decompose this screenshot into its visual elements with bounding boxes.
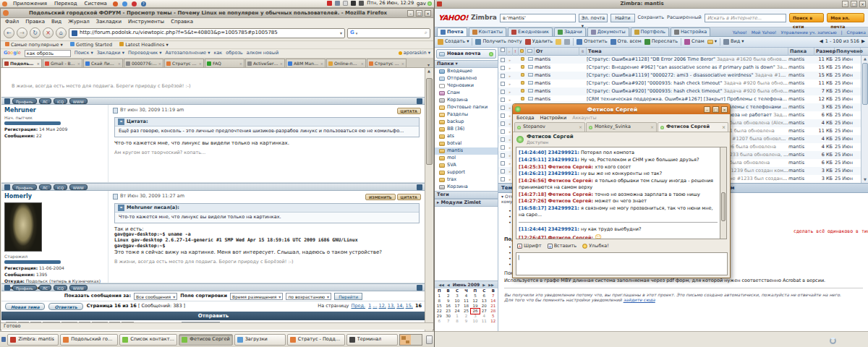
forward-button[interactable]: Переслать bbox=[644, 39, 678, 45]
volume-icon[interactable] bbox=[359, 1, 364, 6]
browser-tab[interactable]: Стратус - Ош... × bbox=[367, 59, 407, 67]
cal-day[interactable]: 1 bbox=[435, 294, 443, 299]
cal-day[interactable]: 25 bbox=[461, 309, 470, 314]
chat-scrollbar[interactable] bbox=[720, 147, 727, 239]
profile-button[interactable]: ICQ bbox=[54, 98, 67, 104]
back-to-top-icon[interactable] bbox=[4, 184, 10, 190]
view-button[interactable]: Вид ▾ bbox=[723, 39, 744, 45]
minimize-button[interactable]: – bbox=[407, 10, 414, 17]
cal-day[interactable]: 2 bbox=[461, 314, 470, 319]
profile-button[interactable]: ICQ bbox=[54, 285, 67, 291]
menu-item[interactable]: Правка bbox=[25, 19, 45, 25]
menu-item[interactable]: Журнал bbox=[68, 19, 89, 25]
page-link[interactable]: 15, bbox=[406, 303, 413, 309]
profile-button[interactable]: ICQ bbox=[54, 184, 67, 190]
cal-day[interactable]: 16 bbox=[443, 304, 452, 309]
cal-prev-month-icon[interactable]: ◀ bbox=[447, 283, 450, 287]
pager-next-icon[interactable]: ▶ bbox=[861, 39, 865, 45]
gbar-translate-button[interactable]: Переводчик ▾ bbox=[128, 51, 162, 56]
cal-day[interactable]: 12 bbox=[471, 299, 480, 304]
cal-day[interactable]: 19 bbox=[471, 304, 480, 309]
close-button[interactable]: × bbox=[425, 10, 431, 17]
taskbar-window-button[interactable]: Терминал bbox=[346, 334, 398, 346]
page-link[interactable]: 14, bbox=[396, 303, 404, 309]
report-icon[interactable] bbox=[417, 285, 422, 291]
size-column-header[interactable]: Размер bbox=[814, 48, 835, 56]
attachment-column-icon[interactable]: 📎︎ bbox=[579, 48, 587, 56]
taskbar-window-button[interactable]: Zimbra: mantis bbox=[7, 334, 59, 346]
sidebar-folder[interactable]: Спам bbox=[435, 90, 498, 97]
maximize-button[interactable]: □ bbox=[416, 10, 422, 17]
zimlets-section-header[interactable]: ▸ Модули Zimlet bbox=[435, 199, 498, 207]
cal-day[interactable]: 30 bbox=[443, 314, 452, 319]
delete-button[interactable]: Удалить bbox=[525, 39, 553, 45]
account-link[interactable]: Yahoo! bbox=[733, 30, 747, 35]
flag-column-icon[interactable]: ▸ bbox=[507, 48, 513, 56]
tags-section-header[interactable]: Теги bbox=[435, 191, 498, 199]
sidebar-folder[interactable]: Корзина bbox=[435, 97, 498, 104]
priority-column-icon[interactable]: ! bbox=[513, 48, 519, 56]
new-mail-button[interactable]: Новая почта bbox=[436, 49, 496, 59]
from-column-header[interactable]: От bbox=[535, 48, 579, 56]
gbar-bookmarks-button[interactable]: Закладки ▾ bbox=[97, 51, 124, 56]
print-icon[interactable] bbox=[564, 39, 570, 45]
page-link[interactable]: 12, bbox=[379, 303, 386, 309]
trash-icon[interactable] bbox=[426, 335, 433, 344]
tab-close-icon[interactable]: × bbox=[650, 124, 654, 129]
sidebar-folder[interactable]: SVA bbox=[435, 162, 498, 169]
sidebar-folder[interactable]: BB (36) bbox=[435, 126, 498, 133]
row-checkbox[interactable] bbox=[498, 145, 507, 150]
stop-button[interactable]: × bbox=[43, 27, 54, 38]
forward-button[interactable]: → bbox=[17, 27, 27, 38]
cal-next-month-icon[interactable]: ▶ bbox=[482, 283, 485, 287]
firefox-launcher-icon[interactable] bbox=[113, 1, 118, 7]
menu-places[interactable]: Переход bbox=[53, 1, 79, 7]
gbar-highlight-word3[interactable]: алком новый bbox=[247, 51, 278, 56]
tab-close-icon[interactable]: × bbox=[37, 61, 40, 66]
row-checkbox[interactable] bbox=[498, 66, 507, 70]
cal-day[interactable]: 17 bbox=[453, 304, 461, 309]
cal-day[interactable]: 22 bbox=[435, 309, 443, 314]
account-link[interactable]: Справка bbox=[847, 30, 866, 35]
cal-day[interactable]: 2 bbox=[443, 294, 452, 299]
browser-tab[interactable]: 0000776: sob3... × bbox=[124, 59, 163, 67]
taskbar-window-button[interactable]: Подольский горо... bbox=[60, 334, 118, 346]
my-mail-button[interactable]: Моя эл. почта bbox=[827, 13, 864, 22]
search-glass-icon[interactable]: ⌕ bbox=[425, 30, 427, 35]
profile-button[interactable]: WWW bbox=[69, 285, 88, 291]
sidebar-folder[interactable]: Отправлено bbox=[435, 75, 498, 82]
web-search-input[interactable]: Искать в Интернете... bbox=[705, 14, 786, 22]
reply-button[interactable]: Ответить bbox=[48, 303, 82, 310]
sidebar-folder[interactable]: botval bbox=[435, 140, 498, 147]
reply-all-button[interactable]: Отв. всем bbox=[610, 39, 642, 45]
mail-row[interactable]: ▸ mantis [CRM техническая поддержка. Оши… bbox=[498, 95, 868, 103]
mail-row[interactable]: ▸ mantis [Стратус: Ошибка#920] "0000935:… bbox=[498, 80, 868, 87]
url-dropdown-icon[interactable]: ▾ bbox=[340, 30, 342, 35]
page-link[interactable]: 13, bbox=[388, 303, 395, 309]
sidebar-folder[interactable]: backup bbox=[435, 119, 498, 126]
cal-day[interactable]: 9 bbox=[461, 319, 470, 324]
help-icon[interactable]: ? bbox=[141, 1, 146, 7]
quote-button[interactable]: ЦИТАТА bbox=[397, 194, 421, 200]
chat-input[interactable]: | bbox=[516, 252, 728, 275]
browser-tab[interactable]: Скай Линк - А... × bbox=[83, 59, 123, 67]
network-icon[interactable] bbox=[335, 1, 340, 6]
sidebar-folder[interactable]: Черновики bbox=[435, 82, 498, 90]
received-column-header[interactable]: Получено bbox=[835, 48, 861, 56]
subject-column-header[interactable]: Тема bbox=[587, 48, 788, 56]
sidebar-folder[interactable]: ats bbox=[435, 133, 498, 140]
sidebar-folder[interactable]: Входящие bbox=[435, 68, 498, 75]
bookmark-item[interactable]: Getting Started bbox=[70, 42, 112, 48]
page-link[interactable]: 1 bbox=[368, 303, 371, 309]
back-to-top-icon[interactable] bbox=[4, 285, 10, 291]
maximize-button[interactable]: □ bbox=[851, 1, 857, 7]
row-checkbox[interactable] bbox=[498, 58, 507, 62]
gbar-account[interactable]: aporaskin ▾ bbox=[399, 51, 430, 56]
move-to-folder-button[interactable]: ▾ bbox=[707, 39, 717, 45]
save-search-button[interactable]: Сохранить bbox=[638, 15, 665, 21]
sidebar-folder[interactable]: Корзина bbox=[435, 184, 498, 191]
sidebar-folder[interactable]: Разделы bbox=[435, 111, 498, 119]
cal-day[interactable]: 7 bbox=[443, 319, 452, 324]
cal-day[interactable]: 8 bbox=[435, 299, 443, 304]
cal-day[interactable]: 1 bbox=[453, 314, 461, 319]
